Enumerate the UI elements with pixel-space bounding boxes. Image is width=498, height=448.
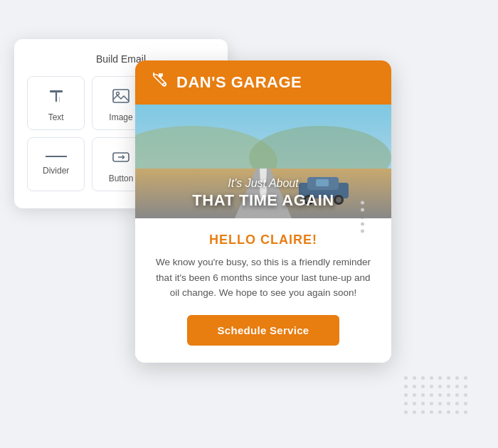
button-icon xyxy=(112,148,130,169)
svg-rect-3 xyxy=(113,90,129,102)
divider-icon xyxy=(46,156,67,161)
email-message: We know you're busy, so this is a friend… xyxy=(152,255,374,301)
block-text-label: Text xyxy=(48,112,64,122)
scroll-dot-3 xyxy=(361,215,364,219)
block-divider-label: Divider xyxy=(43,166,69,176)
scroll-dot-5 xyxy=(361,230,364,233)
block-divider[interactable]: Divider xyxy=(27,137,85,191)
svg-point-11 xyxy=(163,83,166,86)
scroll-dot-4 xyxy=(361,223,364,226)
scroll-dot-2 xyxy=(361,208,364,212)
scene: Build Email | Text xyxy=(14,18,484,430)
svg-rect-0 xyxy=(50,90,63,92)
text-icon: | xyxy=(47,87,65,108)
garage-name: DAN'S GARAGE xyxy=(176,73,302,92)
block-button-label: Button xyxy=(109,174,134,183)
block-image-label: Image xyxy=(109,112,132,122)
dots-decoration xyxy=(404,376,470,416)
wrench-icon xyxy=(149,70,169,95)
hero-subtitle: It's Just About xyxy=(135,177,391,190)
block-text[interactable]: | Text xyxy=(27,76,85,130)
hero-title: THAT TIME AGAIN xyxy=(135,191,391,210)
email-hero: It's Just About THAT TIME AGAIN xyxy=(135,105,391,218)
scroll-dot-1 xyxy=(361,201,364,205)
svg-text:|: | xyxy=(59,96,60,102)
email-preview-card: DAN'S GARAGE xyxy=(135,60,391,363)
schedule-service-button[interactable]: Schedule Service xyxy=(187,315,339,346)
hero-text: It's Just About THAT TIME AGAIN xyxy=(135,177,391,210)
email-body: HELLO CLAIRE! We know you're busy, so th… xyxy=(135,218,391,363)
svg-point-4 xyxy=(116,92,119,95)
image-icon xyxy=(112,87,130,108)
email-scrollbar xyxy=(361,201,364,233)
greeting: HELLO CLAIRE! xyxy=(152,233,374,247)
email-header: DAN'S GARAGE xyxy=(135,60,391,105)
